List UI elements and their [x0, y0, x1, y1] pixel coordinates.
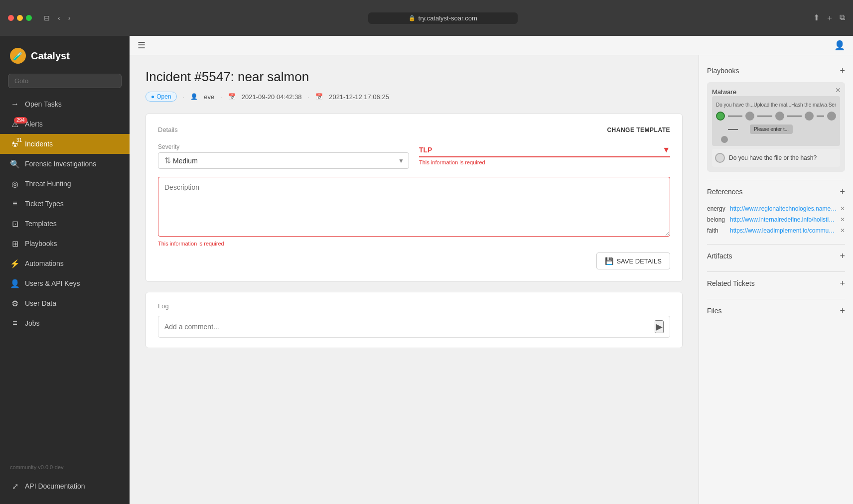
ref-url-belong[interactable]: http://www.internalredefine.info/holisti…: [730, 216, 837, 223]
calendar-created-icon: 📅: [228, 93, 236, 100]
ref-url-energy[interactable]: http://www.regionaltechnologies.name/rel…: [730, 205, 837, 212]
save-details-button[interactable]: 💾 SAVE DETAILS: [596, 252, 670, 269]
change-template-button[interactable]: CHANGE TEMPLATE: [607, 126, 670, 133]
reference-item-energy: energy http://www.regionaltechnologies.n…: [707, 203, 845, 214]
user-data-icon: ⚙: [10, 298, 20, 308]
divider-1: [707, 180, 845, 180]
files-section-header: Files +: [707, 303, 845, 318]
sidebar-item-users-api-keys[interactable]: 👤 Users & API Keys: [0, 273, 130, 293]
details-section: Details CHANGE TEMPLATE Severity ⇅ Mediu…: [145, 114, 683, 282]
sidebar-item-label: Forensic Investigations: [25, 160, 96, 168]
log-label: Log: [158, 302, 670, 310]
incident-user: eve: [204, 93, 214, 101]
wf-bottom-node: [721, 136, 728, 143]
wf-bottom-row: [721, 136, 836, 143]
tlp-select-wrap: TLP ▼: [419, 145, 670, 157]
sidebar-item-threat-hunting[interactable]: ◎ Threat Hunting: [0, 174, 130, 194]
question-text: Do you have the file or the hash?: [729, 154, 817, 161]
address-bar[interactable]: 🔒 try.catalyst-soar.com: [368, 12, 518, 24]
description-field: This information is required: [158, 177, 670, 247]
threat-hunting-icon: ◎: [10, 179, 20, 189]
files-section: Files +: [707, 303, 845, 318]
sidebar-item-alerts[interactable]: ⚠ Alerts 294: [0, 114, 130, 134]
ref-remove-belong[interactable]: ✕: [840, 216, 845, 223]
related-tickets-section-title: Related Tickets: [707, 279, 755, 287]
status-badge[interactable]: ● Open: [145, 92, 177, 102]
sidebar-item-jobs[interactable]: ≡ Jobs: [0, 313, 130, 333]
divider-3: [707, 271, 845, 272]
user-account-icon[interactable]: 👤: [834, 40, 845, 51]
severity-select-wrap: ⇅ Medium ▼: [158, 152, 409, 169]
reference-item-belong: belong http://www.internalredefine.info/…: [707, 214, 845, 225]
workflow-nodes: [716, 112, 836, 121]
sidebar-item-incidents[interactable]: ☢ Incidents 31: [0, 134, 130, 154]
ref-remove-energy[interactable]: ✕: [840, 205, 845, 212]
ref-remove-faith[interactable]: ✕: [840, 227, 845, 234]
forward-btn[interactable]: ›: [66, 12, 73, 24]
tabs-icon[interactable]: ⧉: [840, 13, 845, 23]
log-section: Log ▶: [145, 292, 683, 348]
sidebar-item-api-docs[interactable]: ⤢ API Documentation: [0, 476, 130, 496]
playbook-close-button[interactable]: ✕: [835, 86, 841, 94]
ref-key-faith: faith: [707, 227, 727, 234]
playbook-card: Malware ✕ Do you have th...Upload the ma…: [707, 82, 845, 172]
meta-separator-2: ·: [220, 93, 222, 101]
sidebar-item-templates[interactable]: ⊡ Templates: [0, 214, 130, 234]
add-reference-button[interactable]: +: [840, 187, 845, 196]
incident-title: Incident #5547: near salmon: [145, 69, 683, 85]
forensic-icon: 🔍: [10, 159, 20, 169]
calendar-updated-icon: 📅: [315, 93, 323, 100]
sidebar-item-forensic[interactable]: 🔍 Forensic Investigations: [0, 154, 130, 174]
arrow-right-icon: →: [10, 99, 20, 109]
traffic-lights: [8, 15, 32, 21]
send-comment-button[interactable]: ▶: [655, 320, 664, 333]
divider-2: [707, 244, 845, 245]
alerts-badge: 294: [14, 117, 27, 124]
comment-input-wrap: ▶: [158, 316, 670, 338]
sidebar-item-ticket-types[interactable]: ≡ Ticket Types: [0, 194, 130, 214]
artifacts-section-header: Artifacts +: [707, 249, 845, 263]
comment-input[interactable]: [164, 323, 655, 331]
app-container: 🧪 Catalyst → Open Tasks ⚠ Alerts 294 ☢ I…: [0, 36, 853, 504]
playbook-question[interactable]: Do you have the file or the hash?: [712, 149, 840, 167]
add-related-ticket-button[interactable]: +: [840, 279, 845, 288]
playbooks-icon: ⊞: [10, 239, 20, 249]
severity-arrows-icon: ⇅: [164, 156, 171, 165]
tlp-error-text: This information is required: [419, 159, 670, 165]
sidebar-item-automations[interactable]: ⚡ Automations: [0, 253, 130, 273]
add-artifact-button[interactable]: +: [840, 252, 845, 260]
artifacts-section: Artifacts +: [707, 249, 845, 263]
url-text: try.catalyst-soar.com: [419, 14, 477, 22]
question-circle-icon: [715, 153, 725, 163]
share-icon[interactable]: ⬆: [813, 13, 820, 23]
tlp-chevron-icon: ▼: [662, 145, 670, 154]
fullscreen-traffic-light[interactable]: [26, 15, 32, 21]
sidebar-item-user-data[interactable]: ⚙ User Data: [0, 293, 130, 313]
wf-node-2: [745, 112, 754, 121]
content-area: Incident #5547: near salmon ● Open · 👤 e…: [130, 55, 853, 504]
close-traffic-light[interactable]: [8, 15, 14, 21]
sidebar-item-open-tasks[interactable]: → Open Tasks: [0, 94, 130, 114]
ref-url-faith[interactable]: https://www.leadimplement.io/communities: [730, 227, 837, 234]
severity-select[interactable]: ⇅ Medium ▼: [158, 152, 409, 169]
hamburger-icon[interactable]: ☰: [138, 40, 145, 51]
add-file-button[interactable]: +: [840, 306, 845, 315]
minimize-traffic-light[interactable]: [17, 15, 23, 21]
save-btn-label: SAVE DETAILS: [616, 257, 662, 265]
browser-actions: ⬆ ＋ ⧉: [813, 13, 845, 23]
share-icon: ⤢: [10, 481, 20, 491]
sidebar-item-playbooks[interactable]: ⊞ Playbooks: [0, 234, 130, 253]
add-playbook-button[interactable]: +: [840, 66, 845, 75]
sidebar: 🧪 Catalyst → Open Tasks ⚠ Alerts 294 ☢ I…: [0, 36, 130, 504]
description-textarea[interactable]: [158, 177, 670, 237]
sidebar-item-label: Open Tasks: [25, 100, 62, 108]
tlp-select[interactable]: TLP: [419, 146, 432, 154]
back-btn[interactable]: ‹: [56, 12, 62, 24]
goto-input[interactable]: [8, 74, 122, 88]
sidebar-toggle-btn[interactable]: ⊟: [42, 12, 52, 24]
references-section: References + energy http://www.regionalt…: [707, 184, 845, 236]
logo-icon: 🧪: [10, 48, 26, 64]
new-tab-icon[interactable]: ＋: [826, 13, 834, 23]
topbar: ☰ 👤: [130, 36, 853, 55]
severity-field: Severity ⇅ Medium ▼: [158, 143, 409, 169]
